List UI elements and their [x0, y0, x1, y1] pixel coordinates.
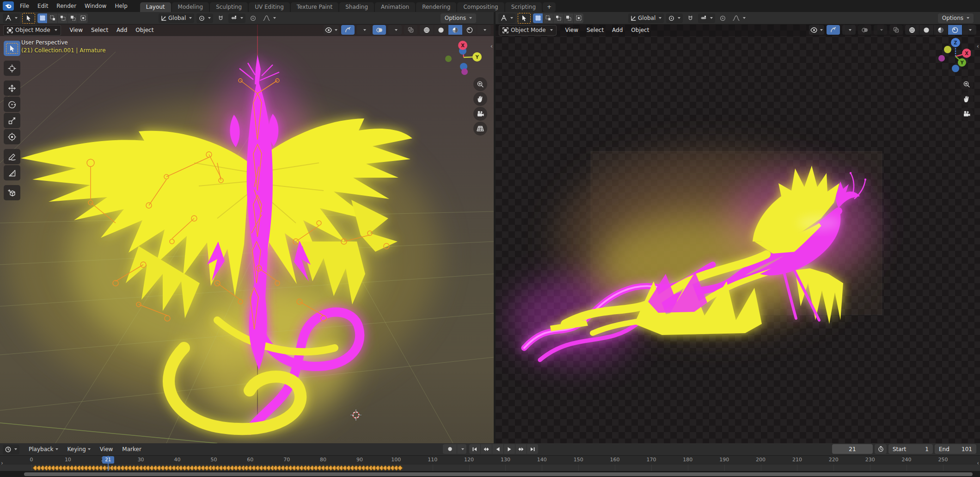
auto-keying-dropdown[interactable]	[457, 444, 466, 454]
viewport-right-canvas[interactable]: Object Mode ViewSelectAddObject	[496, 24, 980, 443]
viewport-menu-select[interactable]: Select	[87, 25, 112, 36]
overlays-dropdown[interactable]	[874, 25, 887, 35]
transform-orientation-dropdown[interactable]: Global	[628, 13, 664, 23]
shading-solid-button[interactable]	[919, 25, 933, 35]
jump-to-end-button[interactable]	[527, 444, 538, 454]
menu-window[interactable]: Window	[80, 0, 110, 12]
options-dropdown[interactable]: Options	[938, 13, 974, 23]
mode-dropdown[interactable]: Object Mode	[3, 25, 61, 36]
tab-compositing[interactable]: Compositing	[457, 2, 504, 12]
select-mode-intersect[interactable]	[574, 13, 583, 23]
tab-animation[interactable]: Animation	[375, 2, 415, 12]
camera-view-icon[interactable]	[473, 107, 487, 121]
transform-tool[interactable]	[4, 129, 20, 144]
zoom-icon[interactable]	[960, 77, 974, 91]
navigation-gizmo[interactable]: X Y	[433, 40, 484, 81]
navigation-gizmo[interactable]: Z X Y	[915, 38, 971, 80]
menu-edit[interactable]: Edit	[33, 0, 52, 12]
viewport-menu-object[interactable]: Object	[131, 25, 158, 36]
shading-material-button[interactable]	[448, 25, 462, 35]
end-frame-field[interactable]: End 101	[935, 444, 976, 454]
viewport-menu-view[interactable]: View	[561, 25, 582, 36]
select-mode-invert[interactable]	[564, 13, 573, 23]
playhead-badge[interactable]: 21	[102, 456, 114, 464]
shading-wireframe-button[interactable]	[420, 25, 434, 35]
shading-material-button[interactable]	[934, 25, 948, 35]
measure-tool[interactable]	[4, 165, 20, 180]
tab-layout[interactable]: Layout	[140, 2, 171, 12]
blender-logo-icon[interactable]	[3, 1, 14, 11]
ruler-collapse-arrow[interactable]: ‹	[977, 460, 979, 466]
timeline-menu-marker[interactable]: Marker	[117, 444, 146, 455]
viewport-menu-add[interactable]: Add	[608, 25, 627, 36]
select-mode-intersect[interactable]	[78, 13, 88, 23]
options-dropdown[interactable]: Options	[441, 13, 476, 23]
current-frame-field[interactable]: 21	[832, 444, 873, 454]
select-mode-subtract[interactable]	[553, 13, 563, 23]
orthographic-grid-icon[interactable]	[473, 122, 487, 136]
snapping-dropdown[interactable]	[698, 13, 715, 23]
sidebar-collapse-arrow[interactable]: ‹	[490, 43, 493, 50]
tab-uv-editing[interactable]: UV Editing	[249, 2, 290, 12]
mode-dropdown[interactable]: Object Mode	[499, 25, 557, 36]
pivot-point-dropdown[interactable]	[196, 13, 213, 23]
shading-dropdown[interactable]	[962, 25, 976, 35]
shading-rendered-button[interactable]	[948, 25, 962, 35]
tab-texture-paint[interactable]: Texture Paint	[291, 2, 338, 12]
snap-toggle[interactable]	[215, 13, 226, 23]
timeline-menu-view[interactable]: View	[95, 444, 117, 455]
shading-solid-button[interactable]	[434, 25, 448, 35]
annotate-tool[interactable]	[4, 149, 20, 164]
viewport-menu-select[interactable]: Select	[582, 25, 608, 36]
scrollbar-thumb[interactable]	[24, 472, 973, 476]
transform-orientation-dropdown[interactable]: Global	[159, 13, 194, 23]
viewport-menu-object[interactable]: Object	[627, 25, 653, 36]
jump-to-start-button[interactable]	[469, 444, 480, 454]
zoom-icon[interactable]	[473, 77, 487, 91]
gizmos-dropdown[interactable]	[842, 25, 856, 35]
tab-shading[interactable]: Shading	[339, 2, 374, 12]
proportional-falloff-dropdown[interactable]	[261, 13, 278, 23]
viewport-menu-view[interactable]: View	[66, 25, 87, 36]
tab-modeling[interactable]: Modeling	[172, 2, 209, 12]
snap-toggle[interactable]	[685, 13, 696, 23]
select-mode-new[interactable]	[533, 13, 543, 23]
shading-wireframe-button[interactable]	[905, 25, 919, 35]
sidebar-collapse-arrow[interactable]: ‹	[977, 43, 979, 50]
active-tool-select-box[interactable]	[22, 13, 35, 24]
menu-help[interactable]: Help	[110, 0, 131, 12]
xray-toggle[interactable]	[889, 25, 903, 35]
gizmos-toggle[interactable]	[827, 25, 840, 35]
use-preview-range-button[interactable]	[875, 444, 887, 454]
tab-rendering[interactable]: Rendering	[416, 2, 456, 12]
overlays-toggle[interactable]	[373, 25, 386, 35]
overlays-dropdown[interactable]	[388, 25, 402, 35]
proportional-editing-toggle[interactable]	[717, 13, 728, 23]
select-mode-subtract[interactable]	[58, 13, 67, 23]
cursor-tool[interactable]	[4, 61, 20, 76]
start-frame-field[interactable]: Start 1	[888, 444, 933, 454]
select-mode-new[interactable]	[37, 13, 47, 23]
snapping-dropdown[interactable]	[228, 13, 245, 23]
shading-dropdown[interactable]	[477, 25, 491, 35]
tab-sculpting[interactable]: Sculpting	[210, 2, 248, 12]
previous-keyframe-button[interactable]	[481, 444, 492, 454]
pan-hand-icon[interactable]	[960, 92, 974, 106]
gizmos-dropdown[interactable]	[357, 25, 370, 35]
scale-tool[interactable]	[4, 113, 20, 128]
menu-file[interactable]: File	[16, 0, 33, 12]
proportional-falloff-dropdown[interactable]	[730, 13, 748, 23]
viewport-menu-add[interactable]: Add	[112, 25, 131, 36]
next-keyframe-button[interactable]	[515, 444, 527, 454]
pan-hand-icon[interactable]	[473, 92, 487, 106]
show-object-types-dropdown[interactable]	[324, 25, 339, 35]
select-mode-extend[interactable]	[48, 13, 57, 23]
move-tool[interactable]	[4, 81, 20, 96]
shading-rendered-button[interactable]	[463, 25, 477, 35]
select-mode-extend[interactable]	[543, 13, 553, 23]
select-mode-invert[interactable]	[68, 13, 78, 23]
editor-type-button[interactable]	[3, 445, 19, 454]
timeline-ruler[interactable]: 0102030405060708090100110120130140150160…	[0, 456, 980, 471]
editor-type-button[interactable]	[3, 13, 20, 23]
rotate-tool[interactable]	[4, 97, 20, 112]
